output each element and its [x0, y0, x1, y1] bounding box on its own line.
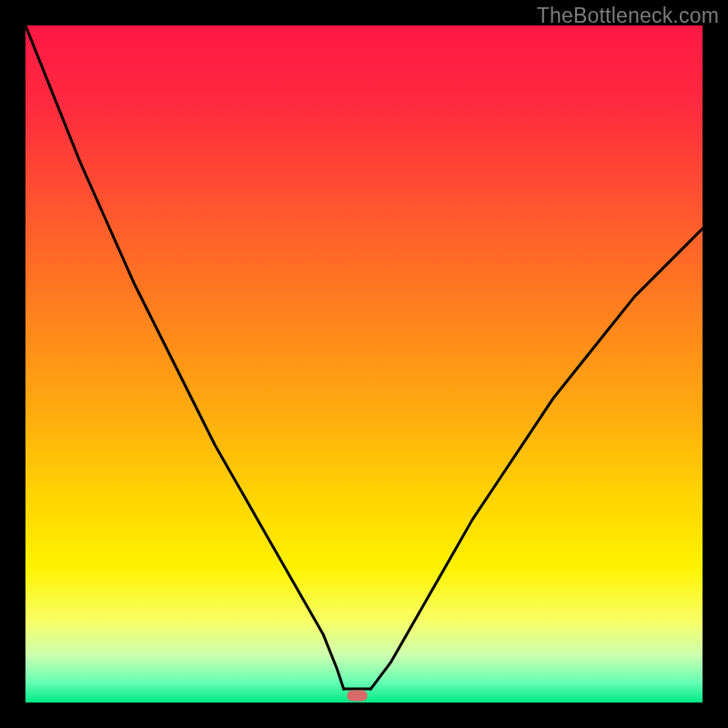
chart-frame [25, 25, 703, 703]
min-point-marker [347, 691, 367, 702]
bottleneck-chart [25, 25, 703, 703]
gradient-background [25, 25, 703, 703]
watermark-text: TheBottleneck.com [537, 4, 719, 28]
